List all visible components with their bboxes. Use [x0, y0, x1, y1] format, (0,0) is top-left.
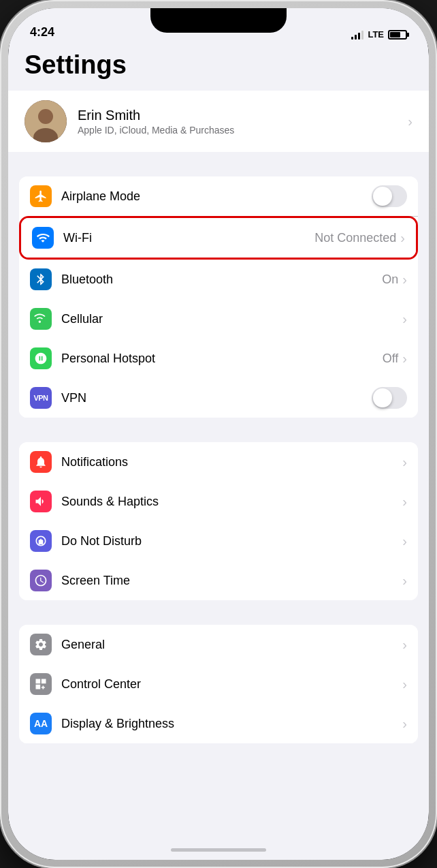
profile-name: Erin Smith	[78, 108, 408, 123]
bluetooth-svg	[34, 273, 48, 286]
general-icon	[30, 634, 52, 655]
vpn-row[interactable]: VPN VPN	[19, 378, 418, 418]
control-center-svg	[34, 677, 48, 691]
hotspot-row[interactable]: Personal Hotspot Off ›	[19, 339, 418, 378]
display-row[interactable]: AA Display & Brightness ›	[19, 704, 418, 743]
dnd-icon	[30, 530, 52, 552]
wifi-icon	[32, 227, 54, 249]
control-center-chevron: ›	[402, 677, 407, 692]
avatar	[25, 100, 67, 142]
wifi-value: Not Connected	[314, 231, 396, 245]
airplane-mode-toggle[interactable]	[372, 185, 407, 207]
bluetooth-icon	[30, 268, 52, 290]
cellular-icon	[30, 308, 52, 330]
wifi-svg	[36, 231, 50, 245]
dnd-row[interactable]: Do Not Disturb ›	[19, 521, 418, 561]
profile-row[interactable]: Erin Smith Apple ID, iCloud, Media & Pur…	[8, 91, 429, 152]
airplane-svg	[34, 189, 48, 203]
control-center-icon	[30, 673, 52, 695]
notifications-chevron: ›	[402, 454, 407, 470]
display-icon: AA	[30, 713, 52, 734]
phone-inner: 4:24 LTE Settings	[8, 8, 429, 860]
battery-icon	[388, 30, 407, 40]
profile-subtitle: Apple ID, iCloud, Media & Purchases	[78, 125, 408, 136]
vpn-toggle[interactable]	[372, 387, 407, 409]
sounds-chevron: ›	[402, 494, 407, 510]
general-svg	[34, 638, 48, 651]
bluetooth-chevron: ›	[402, 272, 407, 288]
notch	[150, 8, 287, 33]
svg-point-1	[38, 109, 53, 124]
sounds-svg	[34, 495, 48, 508]
phone-frame: 4:24 LTE Settings	[0, 0, 437, 868]
page-title: Settings	[8, 45, 429, 91]
control-center-label: Control Center	[61, 677, 402, 692]
display-chevron: ›	[402, 716, 407, 732]
status-icons: LTE	[351, 29, 407, 40]
profile-info: Erin Smith Apple ID, iCloud, Media & Pur…	[78, 108, 408, 136]
sounds-icon	[30, 491, 52, 512]
vpn-icon: VPN	[30, 387, 52, 409]
hotspot-svg	[34, 352, 48, 365]
notifications-icon	[30, 451, 52, 473]
general-section: General › Control Center ›	[19, 625, 418, 743]
hotspot-icon	[30, 347, 52, 369]
airplane-mode-label: Airplane Mode	[61, 189, 372, 204]
wifi-chevron: ›	[400, 230, 405, 246]
screen-time-chevron: ›	[402, 573, 407, 589]
cellular-label: Cellular	[61, 312, 402, 326]
general-label: General	[61, 638, 402, 652]
notifications-row[interactable]: Notifications ›	[19, 442, 418, 482]
screen: 4:24 LTE Settings	[8, 8, 429, 860]
dnd-chevron: ›	[402, 533, 407, 549]
airplane-mode-icon	[30, 185, 52, 207]
system-section: Notifications › Sounds & Haptics ›	[19, 442, 418, 600]
hotspot-value: Off	[383, 352, 399, 366]
bluetooth-value: On	[382, 273, 398, 287]
wifi-label: Wi-Fi	[63, 231, 314, 245]
sounds-label: Sounds & Haptics	[61, 495, 402, 509]
bluetooth-row[interactable]: Bluetooth On ›	[19, 260, 418, 299]
dnd-label: Do Not Disturb	[61, 534, 402, 548]
control-center-row[interactable]: Control Center ›	[19, 664, 418, 704]
signal-icon	[351, 30, 363, 40]
sounds-row[interactable]: Sounds & Haptics ›	[19, 482, 418, 521]
vpn-text: VPN	[33, 394, 48, 402]
airplane-mode-row[interactable]: Airplane Mode	[19, 176, 418, 216]
aa-text-label: AA	[34, 718, 48, 729]
vpn-label: VPN	[61, 391, 372, 405]
cellular-row[interactable]: Cellular ›	[19, 299, 418, 339]
bluetooth-label: Bluetooth	[61, 273, 382, 287]
cellular-svg	[34, 312, 48, 326]
display-label: Display & Brightness	[61, 717, 402, 731]
general-row[interactable]: General ›	[19, 625, 418, 664]
notifications-svg	[34, 455, 48, 469]
general-chevron: ›	[402, 637, 407, 653]
hotspot-label: Personal Hotspot	[61, 352, 383, 366]
lte-indicator: LTE	[368, 29, 384, 40]
wifi-row[interactable]: Wi-Fi Not Connected ›	[21, 218, 416, 258]
screen-time-row[interactable]: Screen Time ›	[19, 561, 418, 600]
notifications-label: Notifications	[61, 455, 402, 469]
screen-time-label: Screen Time	[61, 574, 402, 588]
profile-chevron: ›	[408, 114, 412, 129]
dnd-svg	[34, 534, 48, 548]
hotspot-chevron: ›	[402, 351, 407, 367]
home-indicator	[171, 848, 266, 852]
status-time: 4:24	[30, 25, 54, 40]
content-area: Settings Erin Smith	[8, 45, 429, 860]
network-section: Airplane Mode	[19, 176, 418, 418]
profile-section: Erin Smith Apple ID, iCloud, Media & Pur…	[8, 91, 429, 152]
cellular-chevron: ›	[402, 311, 407, 327]
screen-time-svg	[34, 574, 48, 587]
screen-time-icon	[30, 570, 52, 591]
